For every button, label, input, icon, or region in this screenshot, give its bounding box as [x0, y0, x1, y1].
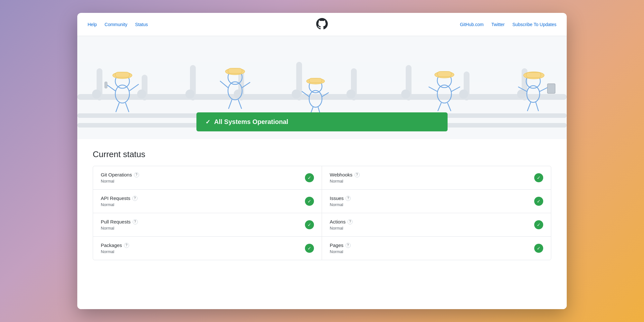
- svg-point-14: [137, 90, 146, 99]
- svg-rect-25: [115, 72, 129, 77]
- svg-line-60: [540, 88, 547, 91]
- service-state: Normal: [330, 249, 351, 254]
- status-check-icon: ✓: [305, 173, 314, 182]
- status-cell-git-operations: Git Operations ? Normal ✓: [93, 166, 322, 189]
- svg-point-15: [185, 90, 194, 99]
- status-check-icon: ✓: [305, 220, 314, 229]
- service-state: Normal: [101, 202, 137, 207]
- nav-status[interactable]: Status: [135, 22, 148, 27]
- cell-info: Git Operations ? Normal: [101, 172, 139, 184]
- cell-info: Pull Requests ? Normal: [101, 219, 138, 231]
- help-icon[interactable]: ?: [132, 196, 137, 201]
- help-icon[interactable]: ?: [133, 219, 138, 224]
- svg-point-13: [92, 90, 101, 99]
- status-check-icon: ✓: [534, 220, 543, 229]
- svg-line-27: [129, 84, 138, 91]
- svg-line-62: [536, 102, 538, 111]
- nav-twitter[interactable]: Twitter: [491, 22, 505, 27]
- nav-help[interactable]: Help: [88, 22, 97, 27]
- svg-point-20: [459, 90, 468, 99]
- banner-check-icon: ✓: [205, 118, 210, 126]
- service-name: Git Operations ?: [101, 172, 139, 177]
- help-icon[interactable]: ?: [346, 196, 351, 201]
- svg-rect-63: [547, 84, 555, 93]
- svg-rect-50: [437, 71, 451, 77]
- svg-line-26: [106, 84, 115, 91]
- cell-info: Pages ? Normal: [330, 242, 351, 254]
- service-name: Pull Requests ?: [101, 219, 138, 224]
- hero-section: ✓ All Systems Operational: [77, 36, 567, 139]
- section-title: Current status: [93, 149, 551, 159]
- status-check-icon: ✓: [305, 244, 314, 253]
- svg-line-53: [438, 103, 441, 111]
- svg-line-28: [116, 103, 119, 112]
- status-check-icon: ✓: [534, 173, 543, 182]
- status-row: API Requests ? Normal ✓ Issues ? Normal: [93, 190, 551, 213]
- status-cell-packages: Packages ? Normal ✓: [93, 237, 322, 260]
- service-name: Pages ?: [330, 242, 351, 248]
- nav-left: Help Community Status: [88, 22, 148, 27]
- status-cell-webhooks: Webhooks ? Normal ✓: [322, 166, 551, 189]
- nav-community[interactable]: Community: [105, 22, 128, 27]
- service-name: Actions ?: [330, 219, 353, 224]
- service-state: Normal: [330, 179, 360, 184]
- svg-point-17: [292, 90, 301, 99]
- svg-line-51: [429, 87, 437, 91]
- svg-point-18: [346, 90, 355, 99]
- status-row: Git Operations ? Normal ✓ Webhooks ? Nor…: [93, 166, 551, 190]
- cell-info: Packages ? Normal: [101, 242, 129, 254]
- service-state: Normal: [101, 226, 138, 231]
- svg-rect-58: [526, 72, 541, 78]
- status-row: Pull Requests ? Normal ✓ Actions ? Norma…: [93, 213, 551, 237]
- help-icon[interactable]: ?: [355, 172, 360, 177]
- service-state: Normal: [330, 226, 353, 231]
- status-check-icon: ✓: [305, 197, 314, 206]
- svg-point-21: [517, 90, 526, 99]
- all-systems-banner: ✓ All Systems Operational: [196, 112, 448, 131]
- service-name: API Requests ?: [101, 195, 137, 201]
- main-window: Help Community Status GitHub.com Twitter…: [77, 13, 567, 309]
- nav-github-com[interactable]: GitHub.com: [460, 22, 484, 27]
- status-cell-actions: Actions ? Normal ✓: [322, 213, 551, 236]
- service-name: Webhooks ?: [330, 172, 360, 177]
- status-check-icon: ✓: [534, 244, 543, 253]
- service-state: Normal: [101, 179, 139, 184]
- banner-text: All Systems Operational: [214, 118, 288, 126]
- status-table: Git Operations ? Normal ✓ Webhooks ? Nor…: [93, 166, 551, 260]
- status-cell-api-requests: API Requests ? Normal ✓: [93, 190, 322, 213]
- svg-line-29: [126, 103, 129, 112]
- svg-rect-30: [105, 82, 107, 88]
- cell-info: API Requests ? Normal: [101, 195, 137, 207]
- status-cell-pull-requests: Pull Requests ? Normal ✓: [93, 213, 322, 236]
- svg-point-19: [401, 90, 410, 99]
- svg-line-52: [451, 87, 460, 91]
- help-icon[interactable]: ?: [134, 172, 139, 177]
- navbar: Help Community Status GitHub.com Twitter…: [77, 13, 567, 36]
- svg-line-37: [229, 100, 232, 109]
- status-row: Packages ? Normal ✓ Pages ? Normal: [93, 237, 551, 260]
- main-content: Current status Git Operations ? Normal ✓: [77, 139, 567, 309]
- status-cell-pages: Pages ? Normal ✓: [322, 237, 551, 260]
- cell-info: Webhooks ? Normal: [330, 172, 360, 184]
- nav-right: GitHub.com Twitter Subscribe To Updates: [460, 22, 556, 27]
- cell-info: Actions ? Normal: [330, 219, 353, 231]
- svg-line-38: [238, 100, 242, 109]
- cell-info: Issues ? Normal: [330, 195, 351, 207]
- help-icon[interactable]: ?: [124, 243, 129, 248]
- status-check-icon: ✓: [534, 197, 543, 206]
- service-name: Issues ?: [330, 195, 351, 201]
- help-icon[interactable]: ?: [347, 219, 353, 224]
- service-name: Packages ?: [101, 242, 129, 248]
- service-state: Normal: [330, 202, 351, 207]
- service-state: Normal: [101, 249, 129, 254]
- status-cell-issues: Issues ? Normal ✓: [322, 190, 551, 213]
- svg-rect-34: [228, 68, 242, 73]
- svg-line-54: [448, 103, 451, 111]
- svg-line-35: [220, 81, 228, 88]
- svg-rect-42: [309, 78, 322, 83]
- nav-subscribe[interactable]: Subscribe To Updates: [512, 22, 556, 27]
- svg-line-61: [527, 102, 531, 111]
- help-icon[interactable]: ?: [346, 243, 351, 248]
- github-logo[interactable]: [316, 18, 328, 31]
